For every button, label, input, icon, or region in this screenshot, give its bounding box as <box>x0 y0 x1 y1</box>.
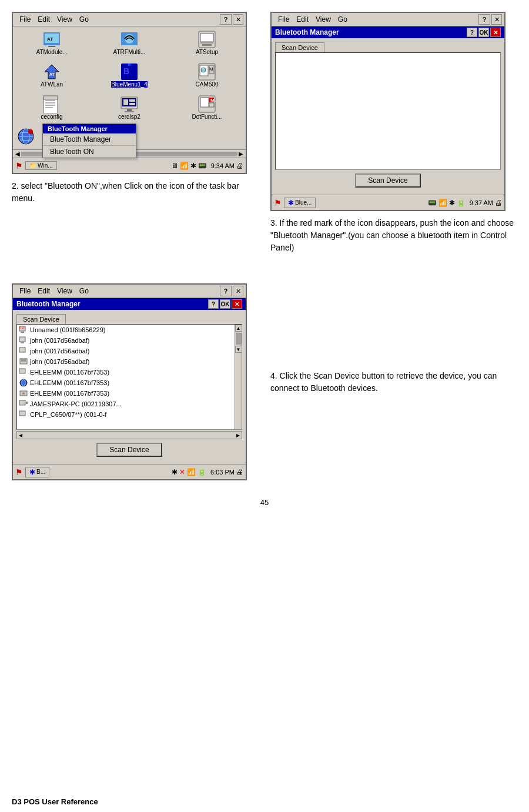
bt-tab-row-3: Scan Device <box>16 313 242 324</box>
bt-window-controls-2: ? ✕ <box>478 14 502 25</box>
bt-menu-go-2[interactable]: Go <box>335 15 350 24</box>
bt-window-controls-3: ? ✕ <box>220 286 243 296</box>
scroll-down-arrow[interactable]: ▼ <box>235 346 242 353</box>
cam500-label: CAM500 <box>196 81 219 88</box>
ceconfig-label: ceconfig <box>41 113 62 120</box>
list-item[interactable]: EHLEEMM (001167bf7353) <box>17 388 235 399</box>
icon-atmodule[interactable]: AT ATModule... <box>15 29 88 56</box>
scroll-right-arrow[interactable]: ▶ <box>239 151 243 157</box>
atsetup-label: ATSetup <box>196 49 218 55</box>
menu-go[interactable]: Go <box>76 15 92 24</box>
list-item[interactable]: EHLEEMM (001167bf7353) <box>17 377 235 388</box>
icon-cam500[interactable]: M CAM500 <box>170 61 243 89</box>
icon-atwlan[interactable]: AT ATWLan <box>15 61 88 89</box>
page-number-text: 45 <box>260 498 269 507</box>
taskbar-b-btn[interactable]: ✱ B... <box>25 467 49 477</box>
bt-menu-bar-3: File Edit View Go ? ✕ <box>13 285 246 298</box>
device-icon-7 <box>19 399 28 409</box>
device-name-3: john (0017d56adbaf) <box>30 358 90 365</box>
svg-rect-37 <box>209 103 214 107</box>
list-item[interactable]: EHLEEMM (001167bf7353) <box>17 367 235 377</box>
device-name-5: EHLEEMM (001167bf7353) <box>30 379 109 386</box>
bt-menu-edit-3[interactable]: Edit <box>35 286 53 296</box>
scroll-left-arrow[interactable]: ◀ <box>15 151 20 157</box>
icon-atsetup[interactable]: ATSetup <box>170 29 243 56</box>
bt-menu-view-3[interactable]: View <box>54 286 75 296</box>
bt-taskbar-icon-3: ✱ <box>29 468 35 476</box>
menu-view[interactable]: View <box>54 15 75 24</box>
taskbar-win-btn[interactable]: 📁 Win... <box>25 161 57 170</box>
bt-menu-go-3[interactable]: Go <box>76 286 92 296</box>
context-menu-item-btmanager[interactable]: BlueTooth Manager <box>43 133 136 146</box>
bt-menu-view-2[interactable]: View <box>313 15 334 24</box>
bt-menu-file-2[interactable]: File <box>275 15 292 24</box>
bt-tab-row-2: Scan Device <box>275 42 501 52</box>
taskbar-icon-signal-2: 📶 <box>438 199 447 207</box>
taskbar-blue-btn[interactable]: ✱ Blue... <box>284 198 316 208</box>
bt-ok-title-btn-2[interactable]: OK <box>478 28 489 37</box>
bt-close-button-2[interactable]: ✕ <box>491 14 502 25</box>
list-item[interactable]: john (0017d56adbaf) <box>17 335 235 346</box>
bt-ok-title-btn-3[interactable]: OK <box>220 299 230 309</box>
bt-close-title-btn-2[interactable]: ✕ <box>490 28 501 37</box>
list-item[interactable]: john (0017d56adbaf) <box>17 346 235 356</box>
help-button[interactable]: ? <box>220 14 232 25</box>
bt-help-title-btn-3[interactable]: ? <box>208 299 219 309</box>
svg-rect-30 <box>123 99 128 105</box>
hscroll-right[interactable]: ▶ <box>235 432 242 439</box>
menu-edit[interactable]: Edit <box>35 15 53 24</box>
bluemenu-icon: B <box>120 62 139 81</box>
icon-globe[interactable] <box>15 126 36 147</box>
hscroll-left[interactable]: ◀ <box>17 432 24 439</box>
menu-bar: File Edit View Go ? ✕ <box>13 13 246 26</box>
bt-scan-tab-3[interactable]: Scan Device <box>16 314 66 324</box>
dotfuncti-label: DotFuncti... <box>192 113 222 120</box>
close-button[interactable]: ✕ <box>233 14 243 25</box>
windows-flag-icon-2: ⚑ <box>274 198 282 208</box>
taskbar-bt-icon-3: ✱ <box>172 468 178 476</box>
bt-scan-button-2[interactable]: Scan Device <box>355 173 420 188</box>
bt-menu-edit-2[interactable]: Edit <box>293 15 312 24</box>
icon-cerdisp2[interactable]: cerdisp2 <box>93 93 166 121</box>
svg-rect-45 <box>19 337 25 342</box>
bt-scan-tab-2[interactable]: Scan Device <box>275 42 324 52</box>
bt-help-title-btn-2[interactable]: ? <box>467 28 477 37</box>
svg-text:M: M <box>210 98 215 103</box>
description-3: 3. If the red mark of the icon disappear… <box>270 211 517 260</box>
scroll-thumb[interactable] <box>236 333 242 345</box>
bt-menu-file-3[interactable]: File <box>16 286 34 296</box>
svg-rect-58 <box>19 411 25 416</box>
horizontal-scrollbar: ◀ ▶ <box>16 431 242 439</box>
taskbar-icons-1: 🖥 📶 ✱ 📟 9:34 AM 🖨 <box>171 162 243 170</box>
menu-file[interactable]: File <box>16 15 34 24</box>
cam500-icon: M <box>197 62 216 81</box>
taskbar-signal-3: 📶 <box>187 468 196 476</box>
scroll-up-arrow[interactable]: ▲ <box>235 325 242 332</box>
taskbar-mem-3: 🔋 <box>197 468 206 476</box>
bt-scan-button-3[interactable]: Scan Device <box>96 443 162 457</box>
bluemenu-label: BlueMenu1_4 <box>111 81 148 88</box>
icon-dotfuncti[interactable]: M DotFuncti... <box>170 93 243 121</box>
atmodule-icon: AT <box>42 30 61 49</box>
svg-point-41 <box>28 129 33 134</box>
list-item[interactable]: john (0017d56adbaf) <box>17 356 235 367</box>
svg-point-55 <box>22 392 25 395</box>
description-3-text: 3. If the red mark of the icon disappear… <box>270 218 514 252</box>
svg-marker-10 <box>45 65 59 79</box>
cerdisp2-icon <box>120 95 139 113</box>
list-item[interactable]: O✕n Unnamed (001f6b656229) <box>17 325 235 335</box>
list-item[interactable]: CPLP_C650/07**) (001-0-f <box>17 409 235 420</box>
taskbar-1: ⚑ 📁 Win... 🖥 📶 ✱ 📟 9:34 AM 🖨 <box>13 158 246 173</box>
bt-close-title-btn-3[interactable]: ✕ <box>232 299 242 309</box>
context-menu-item-bton[interactable]: BlueTooth ON <box>43 146 136 158</box>
bt-help-button-2[interactable]: ? <box>478 14 490 25</box>
svg-text:M: M <box>209 66 213 72</box>
list-item[interactable]: JAMESPARK-PC (002119307... <box>17 399 235 409</box>
icon-bluemenu[interactable]: B BlueMenu1_4 <box>93 61 166 89</box>
device-icon-3 <box>19 357 28 366</box>
bt-help-button-3[interactable]: ? <box>220 286 232 296</box>
icon-ceconfig[interactable]: ceconfig <box>15 93 88 121</box>
svg-rect-3 <box>48 46 55 47</box>
bt-close-button-3[interactable]: ✕ <box>233 286 243 296</box>
icon-atrfmulti[interactable]: ATRFMulti... <box>93 29 166 56</box>
